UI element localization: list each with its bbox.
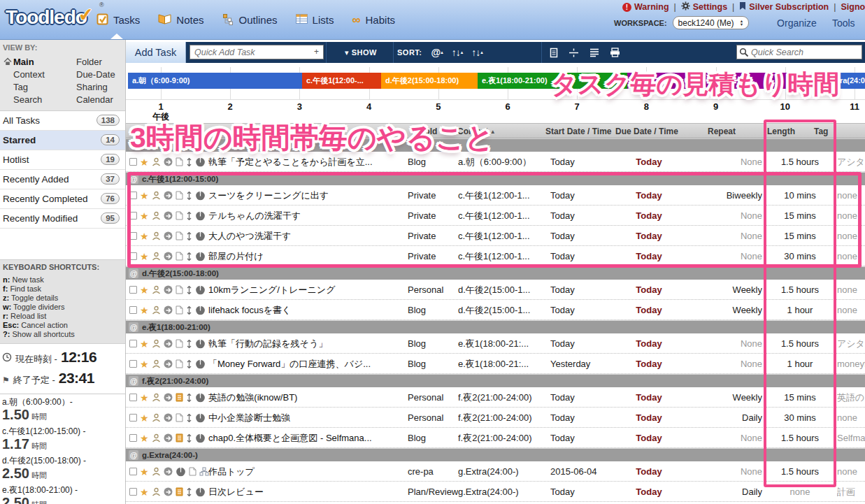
timer-icon[interactable]	[195, 338, 206, 349]
toodledo-logo[interactable]: Toodledo	[6, 6, 87, 29]
task-repeat[interactable]: Daily	[695, 408, 762, 428]
sidebar-view-tag[interactable]: Tag	[3, 82, 66, 92]
person-icon[interactable]	[152, 433, 161, 442]
search-input[interactable]	[750, 46, 860, 58]
person-icon[interactable]	[152, 305, 161, 315]
task-length[interactable]: 10 mins	[766, 185, 834, 206]
goto-icon[interactable]	[164, 191, 173, 200]
task-length[interactable]: 1.5 hours	[766, 428, 834, 448]
reorder-icon[interactable]	[186, 305, 192, 315]
sort-tertiary-icon[interactable]: ↑↓▴	[471, 42, 482, 63]
task-length[interactable]: 15 mins	[766, 387, 834, 408]
goto-icon[interactable]	[164, 359, 173, 368]
task-title[interactable]: スーツをクリーニングに出す	[208, 185, 408, 206]
reorder-icon[interactable]	[186, 413, 192, 423]
note-icon[interactable]	[176, 157, 183, 166]
task-checkbox[interactable]	[129, 306, 137, 314]
task-context[interactable]: g.Extra(24:00-)	[458, 461, 548, 482]
timer-icon[interactable]	[195, 285, 206, 295]
task-folder[interactable]: Blog	[408, 152, 458, 172]
task-title[interactable]: 10kmランニング/トレーニング	[208, 280, 408, 300]
sort-context-icon[interactable]: @▴	[431, 42, 443, 63]
task-checkbox[interactable]	[129, 488, 137, 496]
task-checkbox[interactable]	[129, 434, 137, 442]
task-repeat[interactable]: None	[695, 333, 762, 354]
task-checkbox[interactable]	[129, 212, 137, 219]
task-context[interactable]: e.夜1(18:00-21:...	[458, 333, 548, 354]
sidebar-item-recently-modified[interactable]: Recently Modified95	[0, 209, 125, 229]
task-start-date[interactable]: Today	[550, 226, 613, 246]
task-tag[interactable]: none	[837, 280, 865, 300]
task-due-date[interactable]: Today	[610, 354, 688, 374]
reorder-icon[interactable]	[186, 359, 192, 369]
reorder-icon[interactable]	[186, 487, 192, 497]
task-start-date[interactable]: Yesterday	[550, 354, 613, 374]
timer-icon[interactable]	[195, 305, 206, 315]
task-folder[interactable]: Plan/Review	[408, 482, 458, 502]
task-tag[interactable]: none	[837, 226, 865, 246]
task-title[interactable]: 部屋の片付け	[208, 246, 408, 266]
star-icon[interactable]: ★	[140, 191, 149, 201]
star-icon[interactable]: ★	[140, 305, 149, 315]
silver-subscription-link[interactable]: Silver Subscription	[739, 1, 829, 13]
task-context[interactable]: g.Extra(24:00-)	[458, 482, 548, 502]
task-repeat[interactable]: None	[695, 246, 762, 266]
person-icon[interactable]	[152, 252, 161, 261]
task-row[interactable]: ★英語の勉強(iknow/BT)Personalf.夜2(21:00-24:00…	[126, 387, 865, 408]
nav-tab-outlines[interactable]: Outlines	[222, 13, 278, 27]
task-folder[interactable]: Blog	[408, 300, 458, 320]
person-icon[interactable]	[152, 285, 161, 294]
task-tag[interactable]: none	[837, 206, 865, 226]
sidebar-view-context[interactable]: Context	[3, 69, 66, 80]
task-due-date[interactable]: Today	[610, 408, 688, 428]
task-start-date[interactable]: Today	[550, 482, 613, 502]
person-icon[interactable]	[152, 487, 161, 496]
timer-icon[interactable]	[195, 487, 206, 497]
nav-tab-habits[interactable]: ∞Habits	[352, 14, 395, 26]
task-title[interactable]: 中小企業診断士勉強	[208, 408, 408, 428]
timer-icon[interactable]	[195, 210, 206, 221]
star-icon[interactable]: ★	[140, 467, 149, 477]
goto-icon[interactable]	[164, 157, 173, 166]
task-row[interactable]: ★chap0.全体概要と企画意図 - Selfmana...Blogf.夜2(2…	[126, 428, 865, 448]
task-checkbox[interactable]	[129, 286, 137, 294]
task-start-date[interactable]: Today	[550, 206, 613, 226]
task-start-date[interactable]: Today	[550, 387, 613, 408]
nav-tab-tasks[interactable]: Tasks	[96, 13, 140, 27]
task-due-date[interactable]: Today	[610, 246, 688, 266]
star-icon[interactable]: ★	[140, 285, 149, 295]
signout-link[interactable]: Signout	[841, 2, 865, 12]
star-icon[interactable]: ★	[140, 211, 149, 221]
note-icon[interactable]	[176, 285, 183, 294]
quick-add-input[interactable]	[190, 45, 324, 59]
task-row[interactable]: ★10kmランニング/トレーニングPersonald.午後2(15:00-1..…	[126, 280, 865, 300]
task-context[interactable]: c.午後1(12:00-1...	[458, 185, 548, 206]
task-folder[interactable]: Personal	[408, 280, 458, 300]
context-group-header[interactable]: @	[126, 138, 865, 152]
task-length[interactable]: 1.5 hours	[766, 152, 834, 172]
task-start-date[interactable]: Today	[550, 246, 613, 266]
task-row[interactable]: ★執筆「行動の記録を残そう」Bloge.夜1(18:00-21:...Today…	[126, 333, 865, 354]
note-icon[interactable]	[176, 487, 183, 496]
sidebar-view-calendar[interactable]: Calendar	[66, 94, 125, 105]
task-folder[interactable]: Personal	[408, 408, 458, 428]
task-row[interactable]: ★lifehack focusを書くBlogd.午後2(15:00-1...To…	[126, 300, 865, 320]
goto-icon[interactable]	[164, 252, 173, 261]
goto-icon[interactable]	[164, 285, 173, 294]
note-icon[interactable]	[176, 433, 183, 442]
reorder-icon[interactable]	[186, 252, 192, 261]
task-row[interactable]: ★スーツをクリーニングに出すPrivatec.午後1(12:00-1...Tod…	[126, 185, 865, 206]
task-folder[interactable]: Private	[408, 226, 458, 246]
goto-icon[interactable]	[164, 433, 173, 442]
task-title[interactable]: chap0.全体概要と企画意図 - Selfmana...	[208, 428, 408, 448]
task-folder[interactable]: Blog	[408, 354, 458, 374]
context-group-header[interactable]: @g.Extra(24:00-)	[126, 448, 865, 461]
task-checkbox[interactable]	[129, 192, 137, 199]
task-folder[interactable]: Private	[408, 185, 458, 206]
goto-icon[interactable]	[164, 487, 173, 496]
sidebar-item-hotlist[interactable]: Hotlist19	[0, 150, 125, 170]
task-context[interactable]: c.午後1(12:00-1...	[458, 206, 548, 226]
task-due-date[interactable]: Today	[610, 428, 688, 448]
task-repeat[interactable]: Weekly	[695, 387, 762, 408]
star-icon[interactable]: ★	[140, 157, 149, 167]
